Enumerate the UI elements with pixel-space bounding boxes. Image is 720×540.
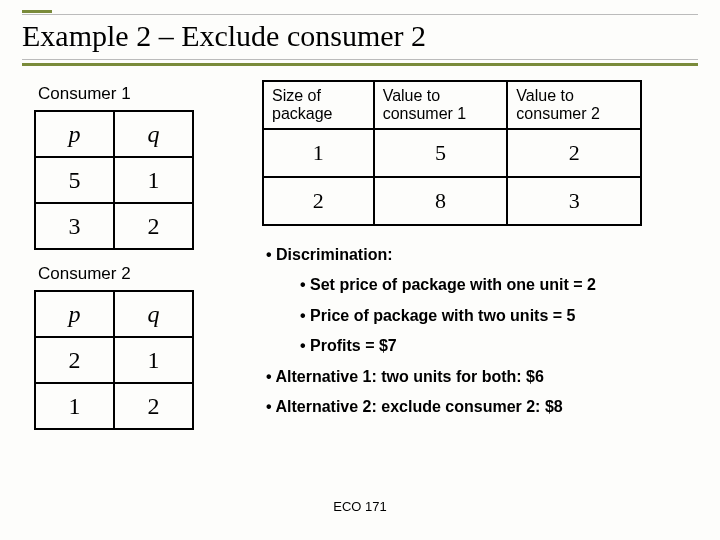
bullet-item: • Alternative 1: two units for both: $6 <box>266 362 698 392</box>
cell: 1 <box>114 337 193 383</box>
cell: 8 <box>374 177 508 225</box>
thin-rule <box>22 59 698 60</box>
col-header: Value to consumer 2 <box>507 81 641 129</box>
cell: 2 <box>263 177 374 225</box>
col-header: p <box>35 111 114 157</box>
consumer2-label: Consumer 2 <box>38 264 234 284</box>
cell: 2 <box>507 129 641 177</box>
cell: 1 <box>35 383 114 429</box>
cell: 1 <box>263 129 374 177</box>
col-header: q <box>114 111 193 157</box>
cell: 3 <box>507 177 641 225</box>
cell: 3 <box>35 203 114 249</box>
col-header: Value to consumer 1 <box>374 81 508 129</box>
value-table: Size of package Value to consumer 1 Valu… <box>262 80 642 226</box>
footer-text: ECO 171 <box>0 499 720 514</box>
consumer1-label: Consumer 1 <box>38 84 234 104</box>
cell: 2 <box>114 203 193 249</box>
bullet-item: • Alternative 2: exclude consumer 2: $8 <box>266 392 698 422</box>
cell: 5 <box>374 129 508 177</box>
cell: 1 <box>114 157 193 203</box>
title-area: Example 2 – Exclude consumer 2 <box>0 0 720 66</box>
consumer2-table: p q 2 1 1 2 <box>34 290 194 430</box>
bullet-item: • Set price of package with one unit = 2 <box>300 270 698 300</box>
cell: 5 <box>35 157 114 203</box>
bullet-item: • Price of package with two units = 5 <box>300 301 698 331</box>
bullet-list: • Discrimination: • Set price of package… <box>262 240 698 422</box>
col-header: q <box>114 291 193 337</box>
slide-title: Example 2 – Exclude consumer 2 <box>22 15 698 59</box>
bullet-item: • Profits = $7 <box>300 331 698 361</box>
cell: 2 <box>114 383 193 429</box>
col-header: Size of package <box>263 81 374 129</box>
col-header: p <box>35 291 114 337</box>
cell: 2 <box>35 337 114 383</box>
consumer1-table: p q 5 1 3 2 <box>34 110 194 250</box>
bullet-item: • Discrimination: <box>266 240 698 270</box>
accent-rule <box>22 10 52 13</box>
